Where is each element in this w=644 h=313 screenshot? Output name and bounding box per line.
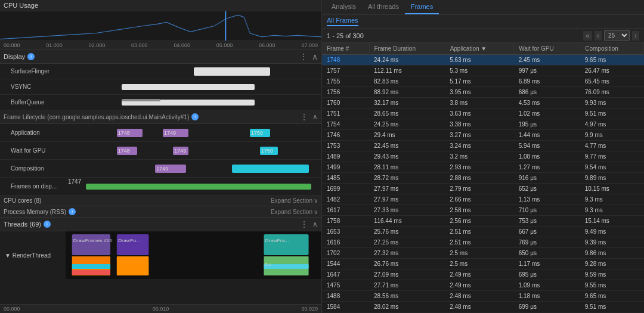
process-memory-section: Process Memory (RSS) i Expand Section ∨ xyxy=(0,206,321,218)
threads-menu-icon[interactable]: ⋮ xyxy=(300,219,309,229)
pagination-first-btn[interactable]: « xyxy=(583,31,592,41)
cell-app: 2.5 ms xyxy=(445,248,514,259)
table-row[interactable]: 1746 29.4 ms 3.27 ms 1.44 ms 9.9 ms xyxy=(322,130,644,141)
table-row[interactable]: 1488 28.56 ms 2.48 ms 1.18 ms 9.65 ms xyxy=(322,291,644,302)
display-section-header: Display i ⋮ ∧ xyxy=(0,50,321,64)
cell-gpu: 5.94 ms xyxy=(514,141,580,151)
all-frames-sub-tab[interactable]: All Frames xyxy=(327,17,358,26)
cell-frame-num: 1485 xyxy=(322,173,369,184)
cell-duration: 116.44 ms xyxy=(369,216,445,227)
table-row[interactable]: 1653 25.76 ms 2.51 ms 667 μs 9.49 ms xyxy=(322,227,644,237)
table-row[interactable]: 1617 27.33 ms 2.58 ms 710 μs 9.3 ms xyxy=(322,205,644,216)
process-memory-info-icon[interactable]: i xyxy=(69,208,76,215)
vsync-row: VSYNC xyxy=(0,79,321,95)
col-application[interactable]: Application ▼ xyxy=(445,43,514,55)
cell-duration: 29.43 ms xyxy=(369,151,445,162)
frame-lifecycle-info-icon[interactable]: i xyxy=(191,113,199,120)
col-frame-duration: Frame Duration xyxy=(369,43,445,55)
table-row[interactable]: 1616 27.25 ms 2.51 ms 769 μs 9.39 ms xyxy=(322,237,644,248)
table-row[interactable]: 1475 27.71 ms 2.49 ms 1.09 ms 9.55 ms xyxy=(322,280,644,291)
table-row[interactable]: 1485 28.72 ms 2.88 ms 916 μs 9.89 ms xyxy=(322,173,644,184)
table-row[interactable]: 1699 27.97 ms 2.79 ms 652 μs 10.15 ms xyxy=(322,184,644,194)
frames-sub-tab-bar: All Frames xyxy=(322,15,644,29)
cpu-cores-expand-btn[interactable]: Expand Section ∨ xyxy=(271,197,318,204)
process-memory-expand-btn[interactable]: Expand Section ∨ xyxy=(271,209,318,215)
frames-on-display-row: Frames on disp... 1747 xyxy=(0,178,321,196)
cell-app: 5.17 ms xyxy=(445,76,514,87)
application-track: 1748 1749 1750 xyxy=(66,124,321,141)
cell-gpu: 699 μs xyxy=(514,302,580,312)
cell-frame-num: 1748 xyxy=(322,55,369,66)
cell-gpu: 2.45 ms xyxy=(514,55,580,66)
cell-frame-num: 1757 xyxy=(322,66,369,76)
cell-duration: 27.32 ms xyxy=(369,248,445,259)
lifecycle-menu-icon[interactable]: ⋮ xyxy=(300,112,309,122)
display-menu-icon[interactable]: ⋮ xyxy=(299,52,308,61)
pagination-prev-btn[interactable]: ‹ xyxy=(595,31,602,41)
table-row[interactable]: 1753 22.45 ms 3.24 ms 5.94 ms 4.77 ms xyxy=(322,141,644,151)
cell-frame-num: 1754 xyxy=(322,119,369,130)
cell-gpu: 1.09 ms xyxy=(514,280,580,291)
cell-comp: 9.51 ms xyxy=(580,109,644,119)
cell-comp: 9.59 ms xyxy=(580,269,644,280)
process-memory-label: Process Memory (RSS) xyxy=(4,209,66,215)
bufferqueue-track xyxy=(66,95,321,110)
table-row[interactable]: 1482 27.97 ms 2.66 ms 1.13 ms 9.3 ms xyxy=(322,194,644,205)
cell-app: 2.79 ms xyxy=(445,184,514,194)
cell-comp: 9.54 ms xyxy=(580,162,644,173)
cell-frame-num: 1489 xyxy=(322,151,369,162)
table-row[interactable]: 1756 88.92 ms 3.95 ms 686 μs 76.09 ms xyxy=(322,87,644,98)
per-page-select[interactable]: 25 50 100 xyxy=(604,30,630,41)
frame-lifecycle-header: Frame Lifecycle (com.google.samples.apps… xyxy=(0,110,321,124)
cell-frame-num: 1751 xyxy=(322,109,369,119)
cell-gpu: 1.27 ms xyxy=(514,162,580,173)
table-row[interactable]: 1544 26.76 ms 2.5 ms 1.17 ms 9.28 ms xyxy=(322,259,644,269)
cell-app: 2.56 ms xyxy=(445,216,514,227)
tab-analysis[interactable]: Analysis xyxy=(326,0,362,14)
cell-frame-num: 1753 xyxy=(322,141,369,151)
pagination-next-btn[interactable]: › xyxy=(632,31,639,41)
tab-all-threads[interactable]: All threads xyxy=(362,0,405,14)
cell-gpu: 1.13 ms xyxy=(514,194,580,205)
cell-app: 3.63 ms xyxy=(445,109,514,119)
tab-frames[interactable]: Frames xyxy=(405,0,439,14)
cell-gpu: 1.44 ms xyxy=(514,130,580,141)
threads-info-icon[interactable]: i xyxy=(44,221,51,228)
wait-gpu-track: 1748 1749 1750 xyxy=(66,142,321,159)
table-toolbar: 1 - 25 of 300 « ‹ 25 50 100 › xyxy=(322,29,644,43)
cell-frame-num: 1616 xyxy=(322,237,369,248)
table-row[interactable]: 1702 27.32 ms 2.5 ms 650 μs 9.86 ms xyxy=(322,248,644,259)
display-collapse-icon[interactable]: ∧ xyxy=(312,52,318,61)
cell-app: 2.93 ms xyxy=(445,162,514,173)
app-bar-1748: 1748 xyxy=(117,129,143,137)
lifecycle-collapse-icon[interactable]: ∧ xyxy=(312,113,318,121)
render-thread-row: ▼ RenderThread DrawFrames ### DrawFu... xyxy=(0,231,321,279)
threads-collapse-icon[interactable]: ∧ xyxy=(312,220,318,228)
cell-app: 3.2 ms xyxy=(445,151,514,162)
threads-timeline-labels: 00.000 00.010 00.020 xyxy=(0,304,321,313)
cell-gpu: 4.53 ms xyxy=(514,98,580,109)
table-row[interactable]: 1754 24.25 ms 3.38 ms 195 μs 4.97 ms xyxy=(322,119,644,130)
frames-table: Frame # Frame Duration Application ▼ Wai… xyxy=(322,43,644,313)
cell-comp: 9.39 ms xyxy=(580,237,644,248)
table-row[interactable]: 1489 29.43 ms 3.2 ms 1.08 ms 9.77 ms xyxy=(322,151,644,162)
table-row[interactable]: 1647 27.09 ms 2.49 ms 695 μs 9.59 ms xyxy=(322,269,644,280)
cell-app: 2.66 ms xyxy=(445,194,514,205)
table-row[interactable]: 1758 116.44 ms 2.56 ms 753 μs 15.14 ms xyxy=(322,216,644,227)
process-memory-chevron-icon: ∨ xyxy=(314,209,318,215)
cell-frame-num: 1584 xyxy=(322,302,369,312)
table-row[interactable]: 1584 28.02 ms 2.48 ms 699 μs 9.51 ms xyxy=(322,302,644,312)
cell-frame-num: 1544 xyxy=(322,259,369,269)
cell-gpu: 650 μs xyxy=(514,248,580,259)
cell-duration: 27.09 ms xyxy=(369,269,445,280)
table-row[interactable]: 1499 28.11 ms 2.93 ms 1.27 ms 9.54 ms xyxy=(322,162,644,173)
frames-on-display-bar xyxy=(86,184,311,190)
table-row[interactable]: 1757 112.11 ms 5.3 ms 997 μs 26.47 ms xyxy=(322,66,644,76)
table-row[interactable]: 1751 28.65 ms 3.63 ms 1.02 ms 9.51 ms xyxy=(322,109,644,119)
table-row[interactable]: 1748 24.24 ms 5.63 ms 2.45 ms 9.65 ms xyxy=(322,55,644,66)
display-info-icon[interactable]: i xyxy=(27,53,35,60)
cpu-cores-label: CPU cores (8) xyxy=(4,197,41,204)
table-row[interactable]: 1760 32.17 ms 3.8 ms 4.53 ms 9.93 ms xyxy=(322,98,644,109)
table-row[interactable]: 1755 82.83 ms 5.17 ms 6.89 ms 65.45 ms xyxy=(322,76,644,87)
frames-table-wrapper[interactable]: Frame # Frame Duration Application ▼ Wai… xyxy=(322,43,644,313)
